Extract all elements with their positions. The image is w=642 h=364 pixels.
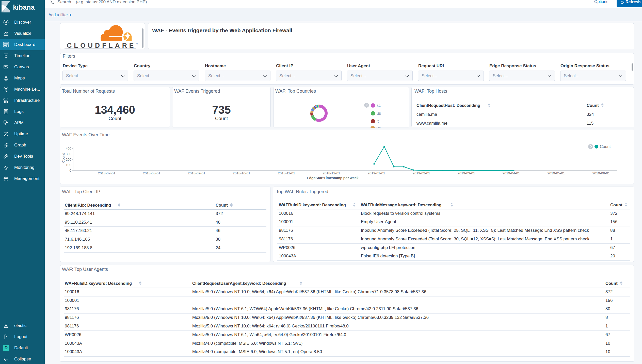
svg-text:2019-06-01: 2019-06-01 <box>592 171 610 175</box>
svg-text:2018-08-01: 2018-08-01 <box>143 171 160 175</box>
svg-text:200: 200 <box>66 158 71 161</box>
svg-text:100: 100 <box>66 163 71 167</box>
svg-text:0: 0 <box>69 169 71 172</box>
svg-text:2018-12-01: 2018-12-01 <box>323 171 340 175</box>
svg-text:2018-11-01: 2018-11-01 <box>278 171 295 175</box>
svg-text:2019-04-01: 2019-04-01 <box>502 171 520 175</box>
svg-text:400: 400 <box>66 147 71 151</box>
svg-text:2019-01-01: 2019-01-01 <box>367 171 385 175</box>
svg-text:2019-03-01: 2019-03-01 <box>457 171 475 175</box>
svg-text:2019-05-01: 2019-05-01 <box>547 171 565 175</box>
svg-text:EdgeStartTimestamp per week: EdgeStartTimestamp per week <box>307 176 359 180</box>
svg-text:2018-10-01: 2018-10-01 <box>233 171 250 175</box>
svg-text:2018-09-01: 2018-09-01 <box>188 171 205 175</box>
svg-text:2018-07-01: 2018-07-01 <box>98 171 115 175</box>
svg-text:2019-02-01: 2019-02-01 <box>412 171 430 175</box>
svg-text:300: 300 <box>66 152 71 156</box>
